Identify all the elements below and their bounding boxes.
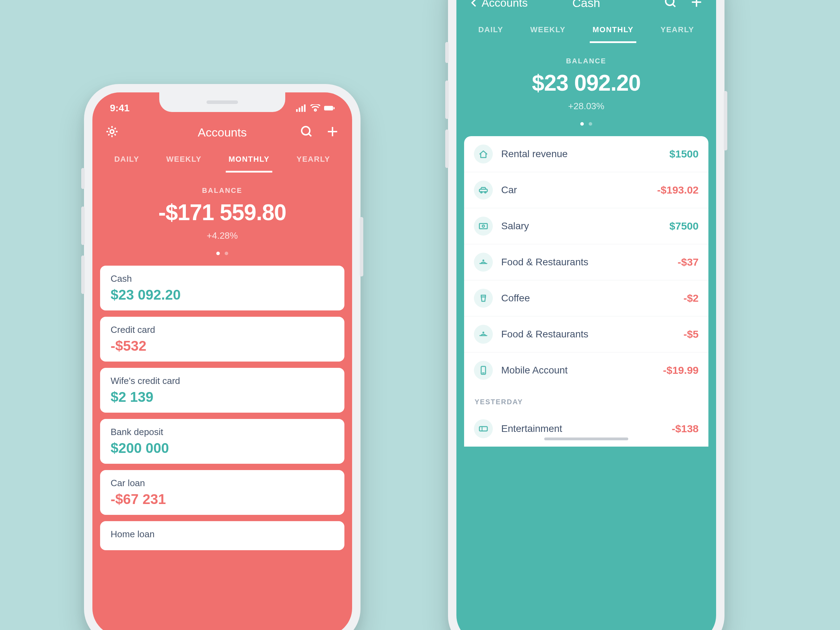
transaction-name: Rental revenue <box>501 148 661 159</box>
svg-point-19 <box>482 225 485 227</box>
tab-daily[interactable]: DAILY <box>111 150 142 172</box>
balance-value: $23 092.20 <box>456 70 716 96</box>
account-name: Car loan <box>111 478 334 489</box>
chevron-left-icon <box>469 0 480 8</box>
physical-volume-up <box>81 207 85 245</box>
account-card[interactable]: Credit card-$532 <box>100 317 344 362</box>
account-amount: -$67 231 <box>111 491 334 507</box>
account-name: Cash <box>111 273 334 284</box>
svg-rect-2 <box>302 106 303 112</box>
svg-point-20 <box>483 260 484 261</box>
tab-yearly[interactable]: YEARLY <box>294 150 333 172</box>
balance-value: -$171 559.80 <box>92 199 352 226</box>
transaction-amount: -$2 <box>684 292 699 304</box>
account-card[interactable]: Wife's credit card$2 139 <box>100 368 344 413</box>
back-button[interactable]: Accounts <box>469 0 529 9</box>
account-card[interactable]: Cash$23 092.20 <box>100 266 344 311</box>
tab-daily[interactable]: DAILY <box>475 20 506 43</box>
nav-title: Cash <box>529 0 644 10</box>
account-card[interactable]: Car loan-$67 231 <box>100 470 344 515</box>
phone-cash: Accounts Cash DAILY WEEKLY MONTHLY YEARL… <box>448 0 725 630</box>
account-name: Bank deposit <box>111 427 334 437</box>
search-button[interactable] <box>300 125 314 140</box>
tab-yearly[interactable]: YEARLY <box>658 20 697 43</box>
transaction-amount: -$19.99 <box>663 364 699 376</box>
pager-dot <box>589 122 592 126</box>
transaction-amount: -$193.02 <box>657 184 699 196</box>
accounts-list[interactable]: Cash$23 092.20Credit card-$532Wife's cre… <box>92 266 352 550</box>
page-indicator[interactable] <box>92 250 352 266</box>
svg-point-6 <box>110 130 114 134</box>
transaction-row[interactable]: Entertainment-$138 <box>464 411 708 447</box>
add-button[interactable] <box>325 125 339 140</box>
status-time: 9:41 <box>110 103 129 114</box>
svg-line-8 <box>309 134 311 136</box>
period-tabs: DAILY WEEKLY MONTHLY YEARLY <box>92 144 352 172</box>
account-card[interactable]: Bank deposit$200 000 <box>100 419 344 464</box>
physical-volume-down <box>81 256 85 294</box>
settings-button[interactable] <box>105 125 119 140</box>
phone-icon <box>474 361 493 380</box>
transaction-row[interactable]: Salary$7500 <box>464 208 708 244</box>
transaction-amount: $7500 <box>669 220 699 232</box>
balance-delta: +28.03% <box>456 101 716 112</box>
account-amount: -$532 <box>111 338 334 354</box>
transaction-amount: -$138 <box>672 423 699 435</box>
physical-power-button <box>724 91 727 150</box>
status-icons <box>296 104 335 112</box>
cellular-icon <box>296 104 306 112</box>
account-amount: $2 139 <box>111 389 334 405</box>
home-indicator[interactable] <box>544 437 628 440</box>
physical-power-button <box>360 217 363 276</box>
physical-volume-down <box>445 129 449 168</box>
screen-accounts: 9:41 Accounts <box>92 92 352 630</box>
tab-monthly[interactable]: MONTHLY <box>226 150 272 172</box>
screen-cash: Accounts Cash DAILY WEEKLY MONTHLY YEARL… <box>456 0 716 630</box>
transactions-list: Rental revenue$1500Car-$193.02Salary$750… <box>464 136 708 388</box>
balance-label: BALANCE <box>456 57 716 65</box>
pager-dot <box>225 252 228 255</box>
search-icon <box>300 125 314 139</box>
svg-point-22 <box>483 332 484 333</box>
tab-weekly[interactable]: WEEKLY <box>163 150 204 172</box>
transaction-row[interactable]: Rental revenue$1500 <box>464 136 708 172</box>
page-indicator[interactable] <box>456 121 716 136</box>
account-name: Wife's credit card <box>111 376 334 387</box>
account-name: Credit card <box>111 324 334 335</box>
transaction-amount: -$37 <box>677 256 699 268</box>
tab-monthly[interactable]: MONTHLY <box>590 20 636 43</box>
transaction-row[interactable]: Food & Restaurants-$37 <box>464 244 708 280</box>
physical-volume-up <box>445 81 449 119</box>
battery-icon <box>324 104 335 112</box>
plus-icon <box>690 0 704 9</box>
transaction-row[interactable]: Mobile Account-$19.99 <box>464 352 708 388</box>
search-button[interactable] <box>663 0 677 11</box>
transaction-row[interactable]: Coffee-$2 <box>464 280 708 316</box>
car-icon <box>474 181 493 199</box>
svg-rect-3 <box>304 105 306 112</box>
balance-label: BALANCE <box>92 186 352 194</box>
svg-rect-1 <box>299 108 301 112</box>
transaction-row[interactable]: Food & Restaurants-$5 <box>464 316 708 352</box>
balance-block: BALANCE -$171 559.80 +4.28% <box>92 172 352 250</box>
transaction-row[interactable]: Car-$193.02 <box>464 172 708 208</box>
back-label: Accounts <box>482 0 528 9</box>
device-notch <box>159 92 285 112</box>
dish-icon <box>474 253 493 272</box>
svg-point-7 <box>302 127 310 135</box>
transactions-sheet[interactable]: Rental revenue$1500Car-$193.02Salary$750… <box>464 136 708 447</box>
balance-block: BALANCE $23 092.20 +28.03% <box>456 43 716 121</box>
transaction-name: Entertainment <box>501 423 663 434</box>
plus-icon <box>325 125 339 139</box>
navbar: Accounts Cash <box>456 0 716 14</box>
account-card[interactable]: Home loan <box>100 521 344 550</box>
tab-weekly[interactable]: WEEKLY <box>527 20 568 43</box>
svg-rect-18 <box>480 224 488 229</box>
account-amount: $23 092.20 <box>111 287 334 303</box>
section-header-yesterday: YESTERDAY <box>464 388 708 411</box>
add-button[interactable] <box>690 0 704 11</box>
pager-dot-active <box>580 122 584 126</box>
svg-rect-0 <box>296 109 298 112</box>
svg-line-12 <box>673 4 676 7</box>
balance-delta: +4.28% <box>92 230 352 241</box>
